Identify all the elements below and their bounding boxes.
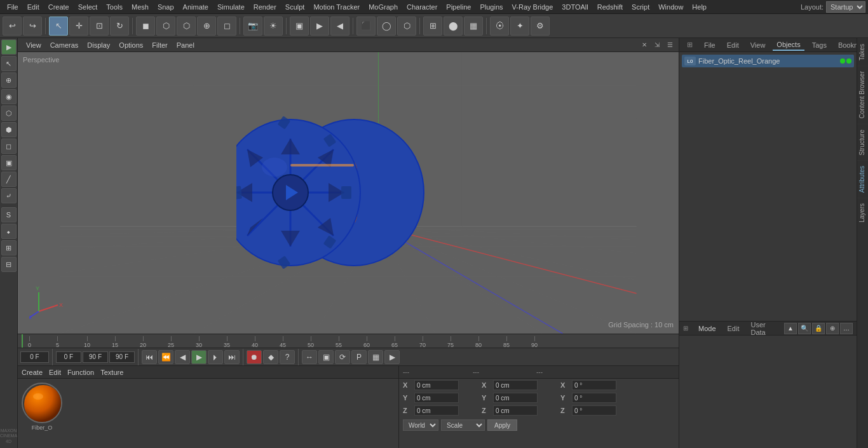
bg-button[interactable]: ⬡ bbox=[397, 17, 416, 36]
pose-mode-button[interactable]: P bbox=[351, 350, 367, 364]
effector-button[interactable]: ▦ bbox=[464, 17, 483, 36]
render-animation-button[interactable]: ▶ bbox=[384, 350, 400, 364]
goto-start-button[interactable]: ⏮ bbox=[142, 350, 157, 364]
layout-select[interactable]: Startup bbox=[826, 1, 865, 13]
vtab-takes[interactable]: Takes bbox=[857, 38, 868, 65]
left-tool-4[interactable]: ◉ bbox=[1, 89, 17, 104]
cube-tool-button[interactable]: ◼ bbox=[136, 17, 155, 36]
floor-button[interactable]: ⬛ bbox=[356, 17, 376, 36]
render-settings-button[interactable]: ◀ bbox=[330, 17, 349, 36]
menu-vray[interactable]: V-Ray Bridge bbox=[508, 2, 558, 12]
step-forward-button[interactable]: ⏵ bbox=[208, 350, 223, 364]
current-frame-input[interactable] bbox=[20, 351, 49, 363]
playback-mode-button[interactable]: ▣ bbox=[318, 350, 334, 364]
help-button[interactable]: ? bbox=[280, 350, 295, 364]
camera-button[interactable]: 📷 bbox=[243, 17, 262, 36]
left-tool-13[interactable]: ⊞ bbox=[1, 240, 17, 255]
menu-select[interactable]: Select bbox=[74, 2, 102, 12]
coord-x-size-input[interactable] bbox=[493, 380, 538, 390]
tree-dot-2[interactable] bbox=[846, 58, 851, 64]
vp-menu-cameras[interactable]: Cameras bbox=[46, 40, 83, 50]
left-tool-11[interactable]: S bbox=[1, 207, 17, 222]
coord-z-size-input[interactable] bbox=[493, 405, 538, 416]
menu-script[interactable]: Script bbox=[627, 2, 654, 12]
menu-plugins[interactable]: Plugins bbox=[475, 2, 507, 12]
nurbs-tool-button[interactable]: ⊕ bbox=[197, 17, 216, 36]
material-thumbnail[interactable] bbox=[22, 383, 62, 423]
coord-y-size-input[interactable] bbox=[493, 393, 538, 403]
mat-menu-edit[interactable]: Edit bbox=[49, 369, 61, 376]
menu-tools[interactable]: Tools bbox=[102, 2, 127, 12]
step-back-button[interactable]: ⏪ bbox=[158, 350, 173, 364]
end-frame-input-2[interactable] bbox=[109, 351, 135, 363]
left-tool-14[interactable]: ⊟ bbox=[1, 257, 17, 272]
menu-file[interactable]: File bbox=[3, 2, 23, 12]
coord-z-pos-input[interactable] bbox=[414, 405, 459, 416]
vp-ctrl-3[interactable]: ☰ bbox=[665, 40, 675, 50]
attr-tab-edit[interactable]: Edit bbox=[724, 323, 743, 334]
sky-button[interactable]: ◯ bbox=[377, 17, 396, 36]
mat-menu-texture[interactable]: Texture bbox=[100, 369, 123, 376]
autokey-button[interactable]: ⟳ bbox=[335, 350, 350, 364]
attr-lock-button[interactable]: ▲ bbox=[784, 323, 797, 334]
menu-pipeline[interactable]: Pipeline bbox=[442, 2, 475, 12]
end-frame-input[interactable] bbox=[83, 351, 108, 363]
menu-snap[interactable]: Snap bbox=[153, 2, 179, 12]
render-region-button[interactable]: ▣ bbox=[290, 17, 309, 36]
keyframe-button[interactable]: ◆ bbox=[263, 350, 278, 364]
material-item[interactable]: Fiber_O bbox=[22, 383, 62, 431]
menu-sculpt[interactable]: Sculpt bbox=[281, 2, 309, 12]
left-tool-9[interactable]: ╱ bbox=[1, 172, 17, 187]
vtab-content-browser[interactable]: Content Browser bbox=[857, 65, 868, 123]
rotate-tool-button[interactable]: ↻ bbox=[110, 17, 129, 36]
spool-3d-object[interactable] bbox=[236, 104, 440, 283]
coord-y-pos-input[interactable] bbox=[414, 393, 459, 403]
vtab-structure[interactable]: Structure bbox=[857, 124, 868, 161]
coord-world-select[interactable]: World Local bbox=[403, 419, 438, 431]
coord-x-rot-input[interactable] bbox=[572, 380, 616, 390]
deformer-button[interactable]: ⊞ bbox=[423, 17, 442, 36]
coord-y-rot-input[interactable] bbox=[572, 393, 616, 403]
menu-motion-tracker[interactable]: Motion Tracker bbox=[309, 2, 364, 12]
left-tool-12[interactable]: ⬥ bbox=[1, 224, 17, 239]
scale-tool-button[interactable]: ⊡ bbox=[90, 17, 109, 36]
mograph-button[interactable]: ⬤ bbox=[444, 17, 463, 36]
rpanel-tab-file[interactable]: File bbox=[700, 40, 719, 50]
undo-button[interactable]: ↩ bbox=[3, 17, 22, 36]
ik-button[interactable]: ⚙ bbox=[531, 17, 550, 36]
render-view-button[interactable]: ▶ bbox=[310, 17, 329, 36]
coord-x-pos-input[interactable] bbox=[414, 380, 459, 390]
menu-redshift[interactable]: Redshift bbox=[593, 2, 627, 12]
left-tool-10[interactable]: ⤶ bbox=[1, 188, 17, 203]
left-tool-6[interactable]: ⬢ bbox=[1, 122, 17, 137]
rpanel-tab-tags[interactable]: Tags bbox=[808, 40, 831, 50]
menu-create[interactable]: Create bbox=[44, 2, 74, 12]
attr-tab-userdata[interactable]: User Data bbox=[747, 320, 781, 337]
menu-help[interactable]: Help bbox=[688, 2, 711, 12]
vp-ctrl-1[interactable]: ✕ bbox=[639, 40, 649, 50]
menu-simulate[interactable]: Simulate bbox=[213, 2, 249, 12]
cylinder-tool-button[interactable]: ⬡ bbox=[177, 17, 196, 36]
attr-search-button[interactable]: 🔍 bbox=[798, 323, 811, 334]
menu-edit[interactable]: Edit bbox=[23, 2, 44, 12]
vp-menu-options[interactable]: Options bbox=[114, 40, 147, 50]
left-tool-3[interactable]: ⊕ bbox=[1, 72, 17, 88]
motion-mode-button[interactable]: ↔ bbox=[302, 350, 317, 364]
attr-add-button[interactable]: ⊕ bbox=[826, 323, 839, 334]
tree-dot-1[interactable] bbox=[840, 58, 845, 64]
joint-button[interactable]: ✦ bbox=[510, 17, 529, 36]
vp-menu-display[interactable]: Display bbox=[83, 40, 114, 50]
rpanel-tab-objects[interactable]: Objects bbox=[773, 39, 804, 51]
menu-animate[interactable]: Animate bbox=[179, 2, 213, 12]
record-button[interactable]: ⏺ bbox=[247, 350, 262, 364]
coord-scale-select[interactable]: Scale Absolute bbox=[441, 419, 485, 431]
left-tool-8[interactable]: ▣ bbox=[1, 155, 17, 170]
move-tool-button[interactable]: ✛ bbox=[69, 17, 88, 36]
vp-menu-view[interactable]: View bbox=[22, 40, 46, 50]
timeline[interactable]: 051015202530354045505560657075808590 bbox=[18, 334, 679, 348]
rpanel-tab-view[interactable]: View bbox=[747, 40, 770, 50]
vp-menu-panel[interactable]: Panel bbox=[172, 40, 199, 50]
goto-end-button[interactable]: ⏭ bbox=[224, 350, 240, 364]
start-frame-input[interactable] bbox=[56, 351, 81, 363]
attr-pin-button[interactable]: 🔒 bbox=[812, 323, 825, 334]
